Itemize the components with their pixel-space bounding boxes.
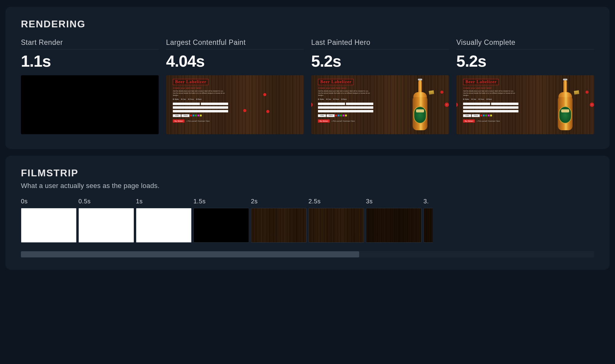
next-arrow-icon: › (590, 103, 594, 107)
filmstrip-frame[interactable]: 3s (366, 198, 422, 243)
filmstrip-frame[interactable]: 1s (136, 198, 192, 243)
filmstrip-frame[interactable]: 3. (423, 198, 433, 243)
bottle-preview (545, 78, 586, 132)
filmstrip-frame[interactable]: 2s (251, 198, 307, 243)
metric-label: Last Painted Hero (311, 38, 449, 49)
app-buy-button: Buy Stickers (463, 119, 475, 123)
lcp-markers (232, 93, 294, 126)
metric-last-painted-hero: Last Painted Hero 5.2s Beer Labelizer Cr… (311, 38, 449, 134)
filmstrip-subtitle: What a user actually sees as the page lo… (21, 182, 594, 190)
app-buy-button: Buy Stickers (318, 119, 330, 123)
frame-image (251, 208, 307, 243)
metrics-row: Start Render 1.1s Largest Contentful Pai… (21, 38, 594, 134)
rendering-panel: RENDERING Start Render 1.1s Largest Cont… (6, 7, 609, 149)
zoom-icon (440, 91, 443, 94)
frame-time: 0s (21, 198, 77, 205)
filmstrip-title: FILMSTRIP (21, 167, 594, 179)
scrollbar-thumb[interactable] (21, 251, 359, 257)
metric-start-render: Start Render 1.1s (21, 38, 159, 134)
filmstrip-panel: FILMSTRIP What a user actually sees as t… (6, 156, 609, 270)
filmstrip-scrollbar[interactable] (21, 251, 594, 257)
frame-image (366, 208, 422, 243)
frame-time: 3s (366, 198, 422, 205)
filmstrip-frame[interactable]: 0.5s (78, 198, 134, 243)
next-arrow-icon: › (445, 103, 449, 107)
frame-time: 1s (136, 198, 192, 205)
bottle-preview (399, 78, 441, 132)
app-desc: Add the details about your beer and a cu… (318, 90, 370, 96)
app-desc: Add the details about your beer and a cu… (463, 90, 515, 96)
metric-label: Start Render (21, 38, 159, 49)
filmstrip-frame[interactable]: 1.5s (193, 198, 249, 243)
app-form-mock: Beer Labelizer Create your own beer labe… (173, 79, 228, 131)
frame-image (21, 208, 77, 243)
frame-time: 1.5s (193, 198, 249, 205)
filmstrip-row: 0s 0.5s 1s 1.5s 2s 2.5s (21, 198, 433, 243)
metric-value: 5.2s (311, 52, 449, 70)
frame-image (193, 208, 249, 243)
frame-time: 3. (423, 198, 433, 205)
metric-thumbnail[interactable]: Beer Labelizer Create your own beer labe… (311, 75, 449, 134)
app-subtitle: Create your own beer label (318, 87, 373, 89)
app-desc: Add the details about your beer and a cu… (173, 90, 225, 96)
metric-value: 1.1s (21, 52, 159, 70)
app-title: Beer Labelizer (463, 79, 499, 85)
app-form-mock: Beer Labelizer Create your own beer labe… (463, 79, 518, 131)
app-subtitle: Create your own beer label (463, 87, 518, 89)
app-radios: Bottle Can Front Back (318, 98, 373, 100)
app-title: Beer Labelizer (318, 79, 354, 85)
filmstrip-viewport[interactable]: 0s 0.5s 1s 1.5s 2s 2.5s (21, 198, 594, 243)
metric-thumbnail[interactable] (21, 75, 159, 134)
metric-label: Largest Contentful Paint (166, 38, 304, 49)
prev-arrow-icon: ‹ (456, 103, 458, 107)
frame-time: 0.5s (78, 198, 134, 205)
frame-image (78, 208, 134, 243)
zoom-icon (585, 91, 589, 94)
frame-image (423, 208, 433, 243)
prev-arrow-icon: ‹ (311, 103, 313, 107)
app-buy-button: Buy Stickers (173, 119, 184, 123)
metric-value: 5.2s (456, 52, 594, 70)
filmstrip-frame[interactable]: 2.5s (308, 198, 364, 243)
metric-thumbnail[interactable]: Beer Labelizer Create your own beer labe… (456, 75, 594, 134)
app-subtitle: Create your own beer label (173, 87, 228, 89)
metric-lcp: Largest Contentful Paint 4.04s Beer Labe… (166, 38, 304, 134)
app-form-mock: Beer Labelizer Create your own beer labe… (318, 79, 373, 131)
app-radios: Bottle Can Front Back (173, 98, 228, 100)
frame-time: 2s (251, 198, 307, 205)
app-title: Beer Labelizer (173, 79, 208, 85)
frame-image (136, 208, 192, 243)
frame-time: 2.5s (308, 198, 364, 205)
metric-visually-complete: Visually Complete 5.2s Beer Labelizer Cr… (456, 38, 594, 134)
filmstrip-frame[interactable]: 0s (21, 198, 77, 243)
frame-image (308, 208, 364, 243)
metric-label: Visually Complete (456, 38, 594, 49)
metric-thumbnail[interactable]: Beer Labelizer Create your own beer labe… (166, 75, 304, 134)
metric-value: 4.04s (166, 52, 304, 70)
rendering-title: RENDERING (21, 18, 594, 30)
app-radios: Bottle Can Front Back (463, 98, 518, 100)
